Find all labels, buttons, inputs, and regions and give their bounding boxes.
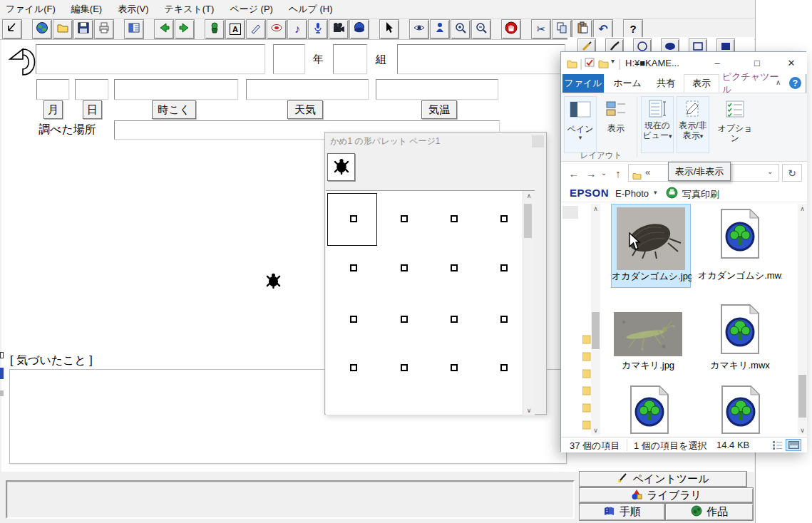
epson-print-label[interactable]: 写真印刷 xyxy=(682,188,719,201)
paste-button[interactable] xyxy=(572,19,592,39)
menu-text[interactable]: テキスト(T) xyxy=(165,3,215,16)
zoom-in-button[interactable] xyxy=(451,19,471,39)
library-button[interactable]: ライブラリ xyxy=(579,487,754,503)
scroll-down-icon[interactable]: ∨ xyxy=(523,405,535,415)
shape-cell[interactable] xyxy=(429,341,479,394)
tab-file[interactable]: ファイル xyxy=(562,74,604,93)
nav-scrollbar[interactable]: ∧ ∨ xyxy=(591,204,600,435)
address-chevrons-icon[interactable]: « xyxy=(645,167,650,177)
nav-scrollbar-thumb[interactable] xyxy=(592,312,600,349)
name-field[interactable] xyxy=(36,44,265,74)
shape-cell[interactable] xyxy=(329,242,379,294)
nav-folder-icon[interactable] xyxy=(582,334,591,347)
layout-button[interactable] xyxy=(124,19,144,39)
stamp-button[interactable] xyxy=(430,19,450,39)
palette-scrollbar[interactable]: ∧ ∨ xyxy=(523,191,535,415)
undo-button[interactable]: ↶ xyxy=(593,19,613,39)
ribbon-current-view-button[interactable]: 現在の ビュー▾ xyxy=(641,96,674,153)
command-output-panel[interactable] xyxy=(6,480,575,519)
shape-cell[interactable] xyxy=(479,341,529,394)
zoom-out-button[interactable] xyxy=(471,19,491,39)
shape-cell[interactable] xyxy=(329,341,379,394)
turtle-sprite[interactable] xyxy=(265,272,282,291)
title-field[interactable] xyxy=(397,44,565,74)
menu-page[interactable]: ページ (P) xyxy=(230,3,273,16)
procedure-button[interactable]: 手順 xyxy=(579,503,665,521)
shape-cell[interactable] xyxy=(479,293,529,346)
movie-tool-button[interactable] xyxy=(329,19,349,39)
plant-button[interactable] xyxy=(205,19,225,39)
scroll-down-icon[interactable]: ∨ xyxy=(798,425,807,435)
nav-recent-icon[interactable]: ⌄ xyxy=(600,166,608,179)
paint-tools-button[interactable]: ペイントツール xyxy=(579,471,747,487)
ribbon-collapse-icon[interactable]: ∧ xyxy=(776,78,781,86)
qat-properties-icon[interactable] xyxy=(585,58,595,71)
class-field[interactable] xyxy=(333,44,367,74)
copy-button[interactable] xyxy=(552,19,572,39)
jump-button[interactable] xyxy=(2,19,22,39)
shape-cell[interactable] xyxy=(479,242,529,294)
nav-folder-icon[interactable] xyxy=(582,351,591,364)
mwx-doc-icon[interactable] xyxy=(629,385,669,437)
tab-home[interactable]: ホーム xyxy=(608,74,647,93)
nav-forward-icon[interactable]: → xyxy=(584,165,598,182)
shape-cell[interactable] xyxy=(429,293,479,346)
weather-field[interactable] xyxy=(246,79,369,100)
text-tool-button[interactable]: A xyxy=(225,19,245,39)
palette-turtle-button[interactable] xyxy=(327,153,355,181)
minimize-button[interactable]: – xyxy=(706,55,728,71)
close-button[interactable]: ✕ xyxy=(779,55,803,71)
scroll-up-icon[interactable]: ∧ xyxy=(523,191,535,201)
qat-folder-icon[interactable] xyxy=(567,58,577,71)
menu-help[interactable]: ヘルプ (H) xyxy=(289,3,333,16)
shape-cell[interactable] xyxy=(329,293,379,346)
temperature-field[interactable] xyxy=(376,79,498,100)
temperature-label-button[interactable]: 気温 xyxy=(421,100,457,119)
tab-share[interactable]: 共有 xyxy=(648,74,684,93)
epson-print-icon[interactable] xyxy=(666,187,678,202)
mic-tool-button[interactable] xyxy=(308,19,328,39)
weather-label-button[interactable]: 天気 xyxy=(287,100,323,119)
cut-button[interactable]: ✂ xyxy=(531,19,551,39)
shape-cell[interactable] xyxy=(329,192,379,245)
file-item-okadangomushi-mwx[interactable]: オカダンゴムシ.mwx xyxy=(702,204,778,288)
scroll-up-icon[interactable]: ∧ xyxy=(591,204,600,214)
stop-button[interactable] xyxy=(501,19,521,39)
shape-cell[interactable] xyxy=(379,192,429,245)
year-field[interactable] xyxy=(273,44,305,74)
file-item-kamakiri-jpg[interactable]: カマキリ.jpg xyxy=(610,309,687,373)
page-back-icon[interactable] xyxy=(7,46,37,81)
help-button[interactable]: ? xyxy=(623,19,643,39)
prev-page-button[interactable] xyxy=(154,19,174,39)
nav-back-icon[interactable]: ← xyxy=(567,165,581,182)
day-label-button[interactable]: 日 xyxy=(83,100,102,119)
address-dropdown-icon[interactable]: ⌄ xyxy=(767,167,773,175)
open-button[interactable] xyxy=(53,19,73,39)
qat-customize-icon[interactable]: ▾ xyxy=(611,57,615,65)
refresh-icon[interactable]: ↻ xyxy=(782,164,802,182)
menu-edit[interactable]: 編集(E) xyxy=(71,3,102,16)
file-scrollbar-thumb[interactable] xyxy=(798,375,806,418)
nav-folder-icon[interactable] xyxy=(582,385,591,398)
music-tool-button[interactable]: ♪ xyxy=(287,19,307,39)
qat-newfolder-icon[interactable] xyxy=(598,58,609,71)
details-view-icon[interactable] xyxy=(772,440,783,452)
shape-cell[interactable] xyxy=(379,242,429,294)
epson-dropdown-icon[interactable]: ▾ xyxy=(654,189,657,196)
palette-scrollbar-thumb[interactable] xyxy=(524,204,532,238)
shape-cell[interactable] xyxy=(429,242,479,294)
month-label-button[interactable]: 月 xyxy=(43,100,63,119)
select-cursor-button[interactable] xyxy=(379,19,399,39)
button-tool-button[interactable] xyxy=(267,19,287,39)
maximize-button[interactable]: □ xyxy=(746,55,768,71)
globe-tool-button[interactable] xyxy=(349,19,369,39)
scroll-down-icon[interactable]: ∨ xyxy=(591,425,600,435)
nav-folder-icon[interactable] xyxy=(582,403,591,415)
ribbon-options-button[interactable]: オプション xyxy=(714,96,756,153)
menu-view[interactable]: 表示(V) xyxy=(118,3,148,16)
menu-file[interactable]: ファイル(F) xyxy=(6,3,56,16)
palette-close-button[interactable] xyxy=(532,135,544,147)
tab-view[interactable]: 表示 xyxy=(684,74,719,93)
thumbnail-view-icon[interactable] xyxy=(786,439,801,451)
mwx-doc-icon[interactable] xyxy=(721,385,761,437)
